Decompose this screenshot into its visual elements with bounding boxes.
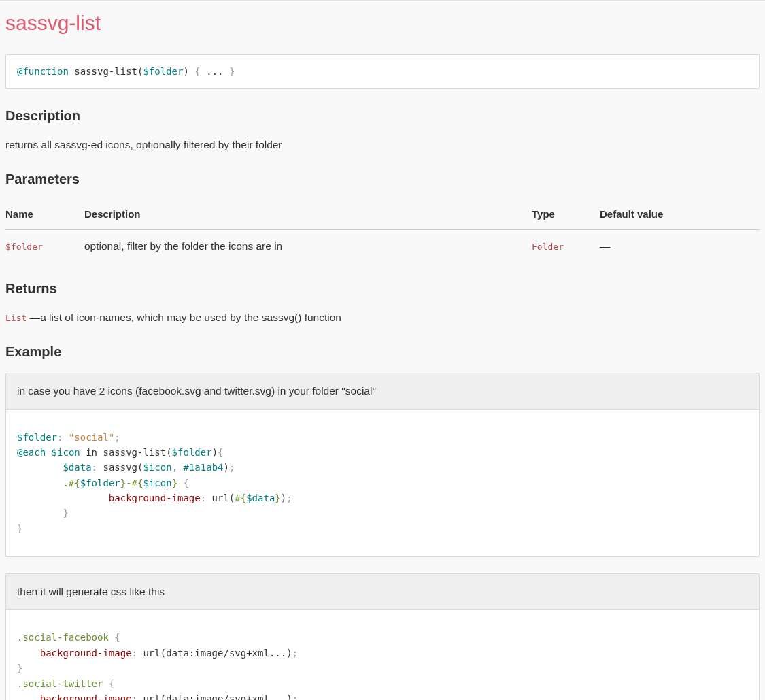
returns-line: List —a list of icon-names, which may be… [5, 310, 760, 325]
returns-heading: Returns [5, 278, 760, 299]
param-type: Folder [532, 241, 564, 252]
parameters-header-row: Name Description Type Default value [5, 200, 760, 229]
function-signature: @function sassvg-list($folder) { ... } [5, 54, 760, 89]
example-block: in case you have 2 icons (facebook.svg a… [5, 373, 760, 557]
col-name-header: Name [5, 200, 84, 229]
param-description: optional, filter by the folder the icons… [84, 229, 532, 262]
page-title: sassvg-list [5, 7, 760, 38]
returns-text: a list of icon-names, which may be used … [40, 312, 341, 323]
description-text: returns all sassvg-ed icons, optionally … [5, 137, 760, 152]
param-name: $folder [5, 241, 43, 252]
parameters-table: Name Description Type Default value $fol… [5, 200, 760, 262]
example-block: then it will generate css like this .soc… [5, 573, 760, 700]
col-description-header: Description [84, 200, 532, 229]
col-type-header: Type [532, 200, 600, 229]
example-caption: in case you have 2 icons (facebook.svg a… [6, 373, 759, 409]
example-caption: then it will generate css like this [6, 574, 759, 610]
example-heading: Example [5, 341, 760, 362]
returns-sep: — [27, 312, 40, 323]
example-code: .social-facebook { background-image: url… [6, 619, 759, 700]
returns-type: List [5, 313, 27, 323]
example-code: $folder: "social"; @each $icon in sassvg… [6, 419, 759, 548]
description-heading: Description [5, 105, 760, 126]
table-row: $folder optional, filter by the folder t… [5, 229, 760, 262]
param-default: — [600, 229, 760, 262]
parameters-heading: Parameters [5, 169, 760, 189]
col-default-header: Default value [600, 200, 760, 229]
